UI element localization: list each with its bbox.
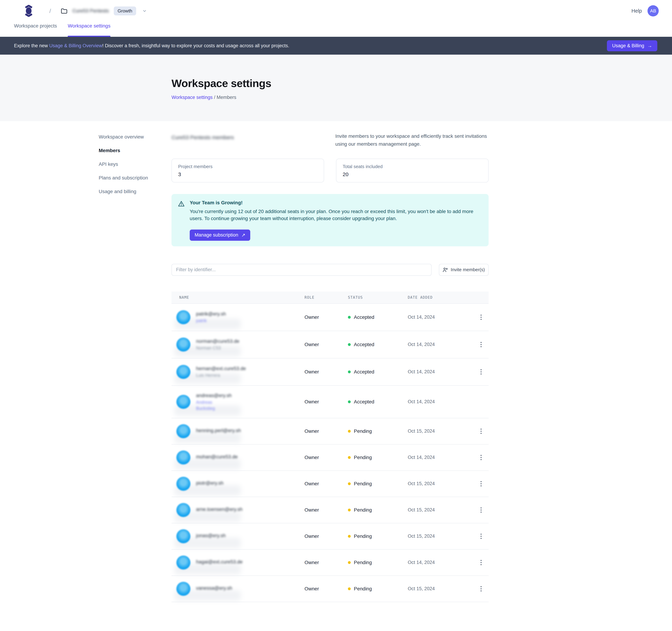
manage-subscription-button[interactable]: Manage subscription ↗ (190, 230, 250, 241)
member-name-cell: hagai@ext.cure53.de (171, 556, 305, 569)
settings-sidenav: Workspace overview Members API keys Plan… (99, 121, 171, 602)
sidenav-item-label: Plans and subscription (99, 175, 148, 181)
member-name: Norman C53 (196, 346, 239, 351)
stat-label: Total seats included (343, 164, 482, 169)
member-status: Pending (348, 560, 408, 565)
member-avatar (176, 450, 190, 465)
status-label: Pending (354, 560, 372, 565)
table-row: jonas@ery.sh Owner Pending Oct 15, 2024 (171, 523, 488, 550)
members-intro: Cure53 Pentests members Invite members t… (171, 132, 488, 148)
member-status: Accepted (348, 314, 408, 320)
plan-badge[interactable]: Growth (114, 6, 136, 16)
member-email: patrik@ery.sh (196, 311, 226, 317)
member-identity: vanessa@ery.sh (196, 585, 232, 592)
banner-link[interactable]: Usage & Billing Overview (49, 43, 102, 48)
member-email: piotr@ery.sh (196, 480, 223, 486)
help-link[interactable]: Help (631, 8, 642, 14)
member-name-cell: norman@cure53.de Norman C53 (171, 337, 305, 352)
invite-members-label: Invite member(s) (451, 267, 485, 273)
status-label: Accepted (354, 314, 374, 320)
member-menu-cell (478, 367, 488, 377)
warning-triangle-icon (178, 200, 185, 207)
top-bar: / Cure53 Pentests Growth Help AB (0, 0, 672, 22)
row-menu-button[interactable] (478, 505, 484, 515)
member-name[interactable]: Andreas (196, 400, 232, 405)
sidenav-item-members[interactable]: Members (99, 146, 171, 155)
sidenav-item-label: Members (99, 148, 120, 153)
sidenav-item-usage-and-billing[interactable]: Usage and billing (99, 187, 171, 196)
status-label: Pending (354, 455, 372, 460)
filter-input[interactable] (171, 264, 432, 276)
row-menu-button[interactable] (478, 312, 484, 322)
member-date-added: Oct 15, 2024 (408, 481, 478, 486)
stat-value: 3 (178, 171, 317, 177)
row-menu-button[interactable] (478, 367, 484, 377)
member-name-cell: jonas@ery.sh (171, 529, 305, 543)
member-identity: andreas@ery.sh AndreasBuckstieg (196, 393, 232, 411)
member-name: Luis Herrera (196, 373, 246, 378)
members-section-title: Cure53 Pentests members (171, 132, 234, 148)
tab[interactable]: Workspace settings (66, 22, 113, 37)
breadcrumb-sep: / (214, 95, 215, 100)
table-row: vanessa@ery.sh Owner Pending Oct 15, 202… (171, 576, 488, 602)
member-names: Luis Herrera (196, 373, 246, 378)
member-email: arne.toensen@ery.sh (196, 507, 243, 512)
breadcrumb-link-workspace-settings[interactable]: Workspace settings (171, 95, 213, 100)
row-menu-button[interactable] (478, 532, 484, 541)
usage-billing-button[interactable]: Usage & Billing → (607, 40, 657, 51)
members-description: Invite members to your workspace and eff… (335, 132, 488, 148)
member-menu-cell (478, 558, 488, 567)
member-email: mohan@cure53.de (196, 454, 238, 460)
invite-members-button[interactable]: Invite member(s) (439, 264, 488, 276)
breadcrumb: / Cure53 Pentests Growth (23, 5, 147, 17)
banner-text-before: Explore the new (14, 43, 49, 48)
row-menu-button[interactable] (478, 479, 484, 489)
sidenav-item-label: Workspace overview (99, 134, 144, 140)
member-role: Owner (305, 399, 348, 405)
status-label: Accepted (354, 369, 374, 375)
member-role: Owner (305, 455, 348, 460)
tab-active-underline (14, 36, 57, 37)
member-email: norman@cure53.de (196, 338, 239, 344)
member-names: AndreasBuckstieg (196, 400, 232, 411)
table-row: henning.perl@ery.sh Owner Pending Oct 15… (171, 418, 488, 445)
member-name-cell: henning.perl@ery.sh (171, 424, 305, 438)
row-menu-button[interactable] (478, 340, 484, 349)
app-logo-icon[interactable] (23, 5, 34, 17)
row-menu-button[interactable] (478, 426, 484, 436)
team-growing-alert: Your Team is Growing! You're currently u… (171, 194, 488, 246)
member-avatar (176, 503, 190, 517)
table-body: patrik@ery.sh patrik Owner Accepted Oct … (171, 304, 488, 602)
arrow-right-icon: → (647, 43, 652, 48)
row-menu-button[interactable] (478, 584, 484, 593)
breadcrumb-secondary: Workspace settings / Members (171, 95, 672, 100)
column-header: NAME (171, 295, 305, 300)
member-menu-cell (478, 505, 488, 515)
sidenav-item-workspace-overview[interactable]: Workspace overview (99, 132, 171, 141)
member-name-cell: hernan@ext.cure53.de Luis Herrera (171, 365, 305, 379)
row-menu-button[interactable] (478, 558, 484, 567)
chevron-down-icon[interactable] (142, 8, 147, 14)
table-row: hagai@ext.cure53.de Owner Pending Oct 14… (171, 550, 488, 576)
member-identity: henning.perl@ery.sh (196, 428, 241, 435)
member-identity: patrik@ery.sh patrik (196, 311, 226, 323)
workspace-name[interactable]: Cure53 Pentests (72, 8, 109, 14)
member-avatar (176, 424, 190, 438)
sidenav-item-plans-and-subscription[interactable]: Plans and subscription (99, 173, 171, 183)
row-menu-button[interactable] (478, 453, 484, 462)
user-avatar[interactable]: AB (648, 5, 659, 17)
sidenav-item-label: Usage and billing (99, 189, 136, 194)
member-name[interactable]: Buckstieg (196, 406, 232, 411)
tab-label: Workspace settings (68, 23, 111, 29)
tab[interactable]: Workspace projects (12, 22, 59, 37)
member-name[interactable]: patrik (196, 318, 226, 323)
member-avatar (176, 556, 190, 569)
member-menu-cell (478, 426, 488, 436)
banner-message: Explore the new Usage & Billing Overview… (14, 43, 289, 48)
workspace-tabs: Workspace projects Workspace settings (0, 22, 672, 37)
member-date-added: Oct 14, 2024 (408, 342, 478, 347)
stat-card: Project members 3 (171, 159, 324, 183)
table-row: patrik@ery.sh patrik Owner Accepted Oct … (171, 304, 488, 331)
column-header: DATE ADDED (408, 295, 478, 300)
sidenav-item-api-keys[interactable]: API keys (99, 160, 171, 169)
